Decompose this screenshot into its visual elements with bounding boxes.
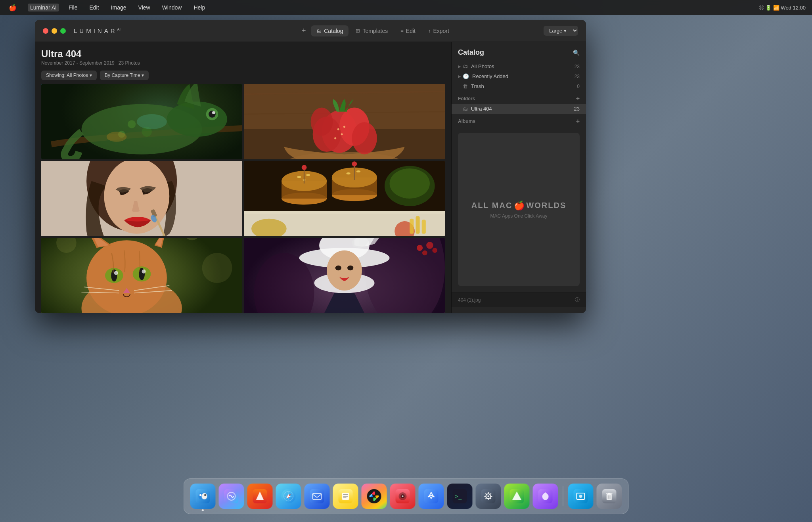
dock-launchpad[interactable]: [247, 484, 273, 509]
album-title: Ultra 404: [41, 48, 445, 59]
photo-woman[interactable]: [41, 161, 242, 236]
svg-rect-127: [424, 489, 439, 503]
svg-line-139: [490, 493, 491, 494]
dock-system-prefs[interactable]: [476, 484, 501, 509]
photo-hatwoman[interactable]: [244, 238, 445, 313]
sidebar-header: Catalog 🔍: [452, 48, 586, 61]
chameleon-art: [41, 84, 242, 159]
add-button[interactable]: +: [298, 25, 309, 36]
svg-point-83: [422, 250, 427, 256]
menu-view[interactable]: View: [136, 4, 153, 11]
svg-text:>_: >_: [455, 493, 462, 500]
terminal-icon: >_: [453, 489, 467, 503]
app-logo: LUMINARAI: [74, 27, 121, 34]
svg-point-9: [137, 114, 167, 129]
screenshot-icon: [574, 489, 588, 503]
tab-templates[interactable]: ⊞ Templates: [350, 25, 393, 36]
add-folder-button[interactable]: +: [576, 95, 580, 102]
content-area: Ultra 404 November 2017 - September 2019…: [35, 42, 586, 313]
add-album-button[interactable]: +: [576, 118, 580, 125]
dock-screenshot[interactable]: [568, 484, 594, 509]
menu-file[interactable]: File: [66, 4, 80, 11]
photo-burgers[interactable]: [244, 161, 445, 236]
music-icon: [396, 489, 410, 503]
photo-cat[interactable]: [41, 238, 242, 313]
menu-edit[interactable]: Edit: [87, 4, 102, 11]
recently-added-icon: 🕐: [463, 73, 469, 79]
dock-terminal[interactable]: >_: [447, 484, 473, 509]
svg-point-84: [426, 242, 433, 249]
photo-strawberry[interactable]: [244, 84, 445, 159]
tab-export[interactable]: ↑ Export: [423, 25, 455, 36]
tab-edit[interactable]: ≡ Edit: [395, 25, 421, 36]
maximize-button[interactable]: [60, 28, 66, 34]
safari-icon: [282, 489, 296, 503]
menu-image[interactable]: Image: [109, 4, 129, 11]
dock-altair[interactable]: [504, 484, 530, 509]
expand-icon: ▶: [458, 64, 461, 69]
dock-appstore[interactable]: [419, 484, 444, 509]
close-button[interactable]: [43, 28, 48, 34]
appstore-icon: [424, 489, 439, 503]
menubar-icons: ⌘ 🔋 📶 Wed 12:00: [759, 5, 806, 11]
templates-icon: ⊞: [356, 28, 360, 34]
dock-photos[interactable]: [362, 484, 387, 509]
all-photos-count: 23: [575, 64, 580, 69]
minimize-button[interactable]: [52, 28, 57, 34]
dock-music[interactable]: [390, 484, 416, 509]
folder-ultra-404[interactable]: 🗂 Ultra 404 23: [452, 104, 586, 114]
svg-rect-34: [244, 211, 445, 214]
mail-icon: [310, 489, 324, 503]
dock-notes[interactable]: [333, 484, 358, 509]
sidebar: Catalog 🔍 ▶ 🗂 All Photos 23 ▶ 🕐 Recently…: [451, 42, 586, 313]
dock-safari[interactable]: [276, 484, 301, 509]
dock-luminar[interactable]: [533, 484, 558, 509]
dock-siri[interactable]: [219, 484, 244, 509]
filter-showing-button[interactable]: Showing: All Photos ▾: [41, 71, 97, 80]
folders-section: Folders +: [452, 91, 586, 104]
svg-point-20: [311, 108, 333, 136]
tab-catalog[interactable]: 🗂 Catalog: [311, 25, 349, 36]
burgers-art: [244, 161, 445, 236]
launchpad-icon: [253, 489, 267, 503]
svg-point-23: [334, 137, 336, 139]
menu-luminar[interactable]: Luminar AI: [28, 4, 59, 11]
apple-menu[interactable]: 🍎: [6, 3, 19, 12]
album-meta: November 2017 - September 2019 23 Photos: [41, 60, 445, 66]
photos-icon: [367, 489, 381, 503]
recently-added-count: 23: [575, 74, 580, 79]
photo-chameleon[interactable]: [41, 84, 242, 159]
svg-point-50: [352, 161, 357, 166]
info-button[interactable]: ⓘ: [575, 296, 580, 303]
svg-point-60: [202, 253, 232, 283]
altair-icon: [510, 489, 524, 503]
svg-point-47: [347, 172, 350, 174]
woman-art: [41, 161, 242, 236]
sidebar-item-all-photos[interactable]: ▶ 🗂 All Photos 23: [452, 61, 586, 71]
sidebar-item-recently-added[interactable]: ▶ 🕐 Recently Added 23: [452, 71, 586, 81]
svg-point-132: [488, 495, 489, 497]
size-selector[interactable]: Large ▾ Medium Small: [544, 26, 578, 36]
sort-button[interactable]: By Capture Time ▾: [100, 71, 149, 80]
sidebar-item-trash[interactable]: ▶ 🗑 Trash 0: [452, 81, 586, 91]
svg-point-24: [343, 126, 345, 128]
dock-mail[interactable]: [304, 484, 330, 509]
menu-help[interactable]: Help: [191, 4, 207, 11]
watermark-panel: ALL MAC 🍎 WORLDS MAC Apps One Click Away: [458, 133, 580, 286]
search-icon[interactable]: 🔍: [573, 50, 580, 56]
svg-point-19: [352, 122, 377, 154]
filename-label: 404 (1).jpg: [458, 297, 481, 303]
svg-line-138: [490, 498, 491, 499]
export-icon: ↑: [428, 28, 431, 34]
traffic-lights: [43, 28, 66, 34]
menubar-right: ⌘ 🔋 📶 Wed 12:00: [759, 5, 806, 11]
sidebar-title: Catalog: [458, 48, 484, 57]
finder-icon: [196, 489, 210, 503]
menu-window[interactable]: Window: [160, 4, 184, 11]
photo-grid: [41, 84, 445, 313]
dock-trash[interactable]: [597, 484, 622, 509]
dock-finder[interactable]: [190, 484, 216, 509]
svg-rect-56: [416, 216, 419, 233]
svg-point-126: [402, 495, 404, 497]
app-window: LUMINARAI + 🗂 Catalog ⊞ Templates ≡ Edit…: [35, 20, 586, 313]
